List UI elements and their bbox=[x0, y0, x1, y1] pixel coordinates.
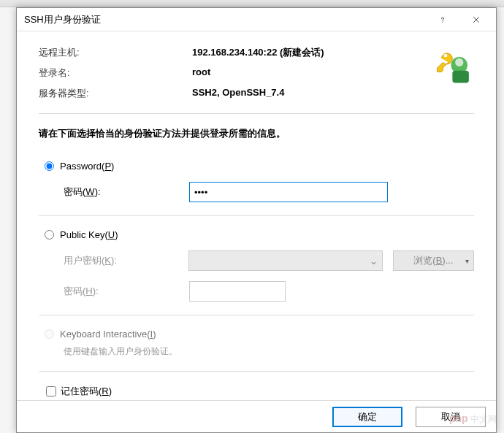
svg-rect-1 bbox=[452, 71, 469, 83]
instruction-text: 请在下面选择恰当的身份验证方法并提供登录所需的信息。 bbox=[39, 127, 474, 140]
browse-button-label: 浏览(B)... bbox=[413, 254, 453, 267]
dialog-footer: 确定 取消 bbox=[17, 400, 496, 432]
login-label: 登录名: bbox=[39, 66, 192, 80]
keyboard-radio-label: Keyboard Interactive(I) bbox=[60, 329, 156, 340]
remember-password-label: 记住密码(R) bbox=[61, 385, 112, 398]
remember-password-checkbox[interactable] bbox=[46, 386, 56, 396]
server-type-value: SSH2, OpenSSH_7.4 bbox=[192, 87, 284, 100]
cancel-button-label: 取消 bbox=[441, 410, 460, 424]
auth-password-section: Password(P) 密码(W): bbox=[39, 161, 474, 202]
password-input[interactable] bbox=[189, 182, 388, 202]
svg-point-2 bbox=[455, 58, 463, 66]
divider bbox=[39, 371, 474, 372]
ok-button[interactable]: 确定 bbox=[332, 407, 402, 427]
titlebar: SSH用户身份验证 bbox=[17, 8, 496, 31]
chevron-down-icon: ⌄ bbox=[366, 251, 382, 270]
user-key-icon bbox=[435, 45, 478, 88]
server-type-label: 服务器类型: bbox=[39, 87, 192, 100]
key-password-row: 密码(H): bbox=[64, 281, 474, 302]
ok-button-label: 确定 bbox=[358, 410, 377, 424]
user-key-label: 用户密钥(K): bbox=[64, 254, 188, 267]
login-row: 登录名: root bbox=[39, 66, 474, 80]
password-radio-row[interactable]: Password(P) bbox=[45, 161, 474, 172]
divider bbox=[39, 113, 474, 114]
password-radio-label: Password(P) bbox=[60, 161, 114, 172]
divider bbox=[39, 315, 474, 315]
remote-host-value: 192.168.234.140:22 (新建会话) bbox=[192, 46, 324, 59]
user-key-row: 用户密钥(K): ⌄ 浏览(B)... ▾ bbox=[64, 250, 474, 271]
dropdown-arrow-icon: ▾ bbox=[465, 257, 469, 265]
auth-keyboard-section: Keyboard Interactive(I) 使用键盘输入用户身份验证。 bbox=[39, 329, 474, 358]
password-radio[interactable] bbox=[45, 161, 54, 171]
ssh-auth-dialog: SSH用户身份验证 远程主机: 192.168.234.140:22 (新建会话… bbox=[16, 7, 497, 433]
password-label: 密码(W): bbox=[64, 185, 189, 199]
server-type-row: 服务器类型: SSH2, OpenSSH_7.4 bbox=[39, 87, 474, 100]
remote-host-row: 远程主机: 192.168.234.140:22 (新建会话) bbox=[39, 46, 474, 59]
remember-password-row[interactable]: 记住密码(R) bbox=[46, 385, 474, 398]
keyboard-radio-row: Keyboard Interactive(I) bbox=[45, 329, 474, 340]
divider bbox=[39, 215, 474, 216]
publickey-radio-row[interactable]: Public Key(U) bbox=[45, 229, 474, 240]
remote-host-label: 远程主机: bbox=[39, 46, 192, 59]
publickey-radio[interactable] bbox=[45, 230, 54, 240]
cancel-button[interactable]: 取消 bbox=[416, 407, 486, 427]
auth-publickey-section: Public Key(U) 用户密钥(K): ⌄ 浏览(B)... ▾ bbox=[39, 229, 474, 302]
publickey-radio-label: Public Key(U) bbox=[60, 229, 118, 240]
user-key-combo: ⌄ bbox=[188, 250, 383, 271]
browse-button: 浏览(B)... ▾ bbox=[393, 250, 474, 271]
key-password-label: 密码(H): bbox=[64, 285, 189, 298]
keyboard-radio bbox=[45, 329, 54, 339]
svg-point-3 bbox=[444, 54, 448, 58]
help-button[interactable] bbox=[426, 9, 459, 30]
key-password-input bbox=[189, 281, 286, 302]
dialog-title: SSH用户身份验证 bbox=[24, 13, 426, 26]
password-input-row: 密码(W): bbox=[64, 182, 474, 202]
login-value: root bbox=[192, 66, 210, 80]
close-icon bbox=[472, 15, 481, 24]
help-icon bbox=[438, 15, 447, 24]
keyboard-helper-text: 使用键盘输入用户身份验证。 bbox=[64, 345, 474, 358]
close-button[interactable] bbox=[459, 9, 493, 30]
